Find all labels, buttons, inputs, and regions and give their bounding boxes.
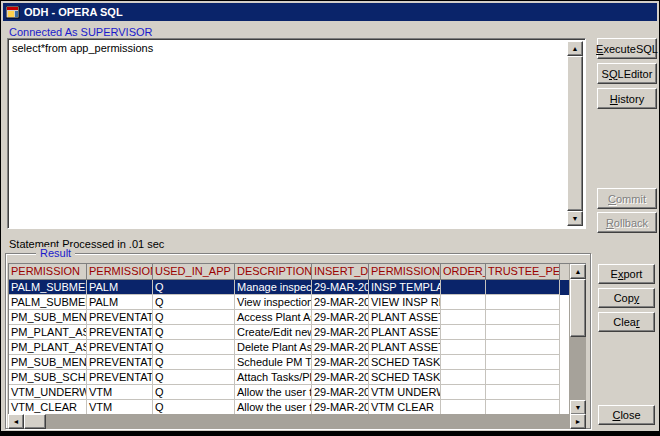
table-cell[interactable]: VTM_UNDERWAY xyxy=(9,385,87,400)
close-button[interactable]: Close xyxy=(598,405,655,425)
commit-button[interactable]: Commit xyxy=(597,188,657,209)
table-cell[interactable]: PM_SUB_MENU_SCH xyxy=(9,355,87,370)
table-cell[interactable]: 29-MAR-2002 xyxy=(312,295,369,310)
scroll-right-icon[interactable]: ► xyxy=(570,414,586,429)
table-cell[interactable] xyxy=(441,400,486,415)
clear-button[interactable]: Clear xyxy=(598,312,655,332)
table-cell[interactable]: Create/Edit new Plan xyxy=(235,325,312,340)
table-cell[interactable]: PLANT ASSETS xyxy=(369,310,441,325)
sql-editor-button[interactable]: SQL Editor xyxy=(597,63,657,84)
column-header[interactable]: PERMISSION_GROUP xyxy=(87,264,153,280)
table-cell[interactable]: 29-MAR-2002 xyxy=(312,355,369,370)
table-cell[interactable]: PM_PLANT_ASSETS xyxy=(9,325,87,340)
table-cell[interactable]: Allow the user to cle xyxy=(235,400,312,415)
table-cell[interactable]: PM_SUB_SCHED_TA xyxy=(9,370,87,385)
table-cell[interactable]: PALM xyxy=(87,295,153,310)
table-cell[interactable] xyxy=(441,340,486,355)
table-cell[interactable]: Access Plant Assets xyxy=(235,310,312,325)
table-cell[interactable]: SCHED TASKS ATTA xyxy=(369,370,441,385)
table-cell[interactable]: PM_PLANT_ASSETS xyxy=(9,340,87,355)
table-cell[interactable] xyxy=(441,295,486,310)
table-cell[interactable] xyxy=(486,310,560,325)
column-header[interactable]: TRUSTEE_PERMISSIO xyxy=(486,264,560,280)
table-cell[interactable]: 29-MAR-2002 xyxy=(312,385,369,400)
table-cell[interactable]: Attach Tasks/Plant A xyxy=(235,370,312,385)
table-cell[interactable]: Manage inspection te xyxy=(235,280,312,295)
table-cell[interactable]: PREVENTATIVE MAIN xyxy=(87,340,153,355)
table-cell[interactable]: PREVENTATIVE MAIN xyxy=(87,310,153,325)
table-cell[interactable] xyxy=(486,295,560,310)
table-cell[interactable] xyxy=(441,280,486,295)
scroll-down-icon[interactable]: ▼ xyxy=(570,400,586,415)
table-row[interactable]: PM_SUB_SCHED_TAPREVENTATIVE MAINQAttach … xyxy=(9,370,570,385)
table-cell[interactable]: PREVENTATIVE MAIN xyxy=(87,370,153,385)
table-cell[interactable]: Q xyxy=(153,295,235,310)
table-row[interactable]: PALM_SUBMENU_INSPALMQManage inspection t… xyxy=(9,280,570,295)
table-row[interactable]: VTM_CLEARVTMQAllow the user to cle29-MAR… xyxy=(9,400,570,415)
table-cell[interactable] xyxy=(486,355,560,370)
table-cell[interactable] xyxy=(486,280,560,295)
table-cell[interactable]: 29-MAR-2002 xyxy=(312,280,369,295)
column-header[interactable]: INSERT_DATE xyxy=(312,264,369,280)
table-cell[interactable]: VIEW INSP RESULTS xyxy=(369,295,441,310)
table-cell[interactable]: Q xyxy=(153,340,235,355)
export-button[interactable]: Export xyxy=(598,264,655,284)
sql-input[interactable]: select*from app_permissions xyxy=(12,42,563,54)
table-cell[interactable]: Delete Plant Assets xyxy=(235,340,312,355)
table-cell[interactable] xyxy=(441,370,486,385)
table-row[interactable]: PM_PLANT_ASSETSPREVENTATIVE MAINQDelete … xyxy=(9,340,570,355)
table-cell[interactable] xyxy=(486,370,560,385)
copy-button[interactable]: Copy xyxy=(598,288,655,308)
table-row[interactable]: PM_PLANT_ASSETSPREVENTATIVE MAINQCreate/… xyxy=(9,325,570,340)
scroll-thumb[interactable] xyxy=(570,279,586,337)
table-cell[interactable] xyxy=(486,400,560,415)
table-cell[interactable]: Q xyxy=(153,325,235,340)
table-cell[interactable]: INSP TEMPLATES xyxy=(369,280,441,295)
table-cell[interactable]: 29-MAR-2002 xyxy=(312,310,369,325)
column-header[interactable]: USED_IN_APP xyxy=(153,264,235,280)
table-cell[interactable]: PREVENTATIVE MAIN xyxy=(87,325,153,340)
table-cell[interactable]: PALM_SUBMENU_VI xyxy=(9,295,87,310)
grid-vertical-scrollbar[interactable]: ▲ ▼ xyxy=(569,264,586,415)
table-cell[interactable]: VTM CLEAR xyxy=(369,400,441,415)
table-cell[interactable] xyxy=(441,325,486,340)
table-cell[interactable]: Q xyxy=(153,400,235,415)
table-cell[interactable] xyxy=(441,355,486,370)
grid-horizontal-scrollbar[interactable]: ◄ ► xyxy=(8,414,586,429)
table-cell[interactable]: 29-MAR-2002 xyxy=(312,340,369,355)
table-cell[interactable]: 29-MAR-2002 xyxy=(312,325,369,340)
table-cell[interactable] xyxy=(441,310,486,325)
scroll-up-icon[interactable]: ▲ xyxy=(570,264,586,279)
table-cell[interactable]: Q xyxy=(153,280,235,295)
scroll-thumb[interactable] xyxy=(24,414,46,429)
table-cell[interactable]: View inspection resu xyxy=(235,295,312,310)
table-cell[interactable]: PLANT ASSETS DEL xyxy=(369,340,441,355)
table-cell[interactable] xyxy=(441,385,486,400)
rollback-button[interactable]: Rollback xyxy=(597,212,657,233)
table-cell[interactable] xyxy=(486,385,560,400)
table-row[interactable]: PALM_SUBMENU_VIPALMQView inspection resu… xyxy=(9,295,570,310)
sql-scrollbar[interactable]: ▲ ▼ xyxy=(567,41,583,226)
table-cell[interactable]: PALM_SUBMENU_INS xyxy=(9,280,87,295)
table-cell[interactable]: Q xyxy=(153,370,235,385)
execute-sql-button[interactable]: Execute SQL xyxy=(597,38,657,59)
table-row[interactable]: VTM_UNDERWAYVTMQAllow the user to un29-M… xyxy=(9,385,570,400)
table-cell[interactable]: PLANT ASSETS CRE xyxy=(369,325,441,340)
table-cell[interactable]: PALM xyxy=(87,280,153,295)
table-cell[interactable]: PREVENTATIVE MAIN xyxy=(87,355,153,370)
scroll-down-icon[interactable]: ▼ xyxy=(567,211,583,226)
scroll-thumb[interactable] xyxy=(567,56,583,211)
table-cell[interactable] xyxy=(486,325,560,340)
column-header[interactable]: PERMISSION_DISPLA xyxy=(369,264,441,280)
table-cell[interactable]: VTM xyxy=(87,385,153,400)
column-header[interactable]: PERMISSION xyxy=(9,264,87,280)
scroll-up-icon[interactable]: ▲ xyxy=(567,41,583,56)
table-cell[interactable]: VTM_CLEAR xyxy=(9,400,87,415)
table-cell[interactable]: SCHED TASKS xyxy=(369,355,441,370)
table-cell[interactable]: 29-MAR-2002 xyxy=(312,400,369,415)
table-cell[interactable]: VTM UNDERWAY xyxy=(369,385,441,400)
table-cell[interactable]: Q xyxy=(153,385,235,400)
table-cell[interactable]: Q xyxy=(153,355,235,370)
column-header[interactable]: DESCRIPTION xyxy=(235,264,312,280)
table-cell[interactable] xyxy=(486,340,560,355)
